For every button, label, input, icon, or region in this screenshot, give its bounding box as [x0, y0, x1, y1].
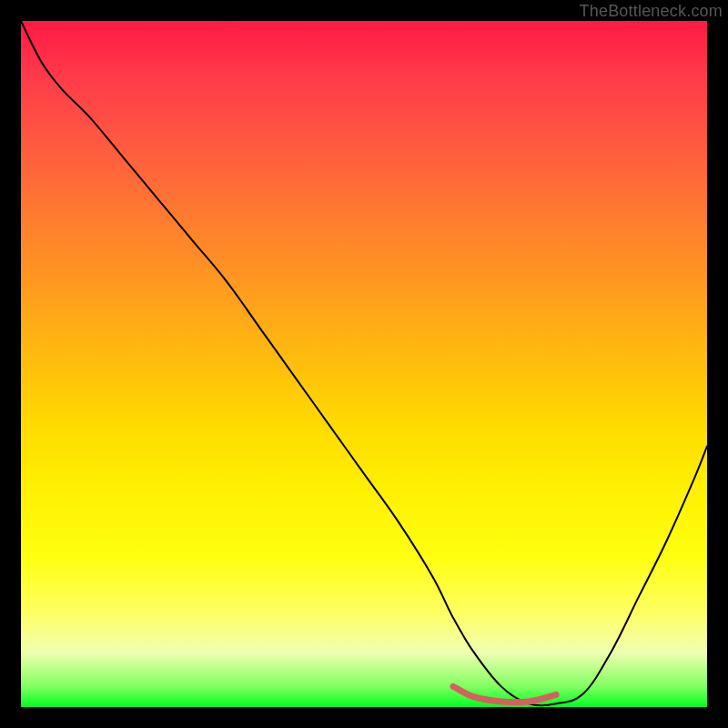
bottleneck-curve-line: [21, 21, 707, 705]
watermark-text: TheBottleneck.com: [580, 2, 723, 21]
chart-container: TheBottleneck.com: [0, 0, 728, 728]
chart-svg: [21, 21, 707, 707]
